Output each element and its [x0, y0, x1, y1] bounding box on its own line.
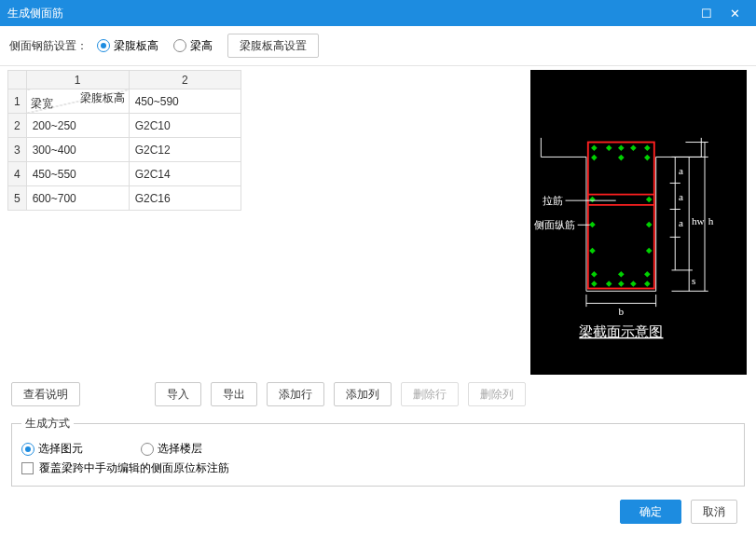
radio-select-element-label: 选择图元 — [38, 441, 83, 457]
radio-icon — [173, 39, 186, 52]
table-cell[interactable]: G2C14 — [129, 162, 241, 186]
corner-cell — [8, 71, 27, 89]
svg-rect-18 — [606, 281, 612, 287]
table-row[interactable]: 2 200~250 G2C10 — [8, 114, 241, 138]
svg-rect-6 — [630, 145, 637, 152]
svg-rect-8 — [591, 155, 598, 161]
overwrite-checkbox[interactable]: 覆盖梁跨中手动编辑的侧面原位标注筋 — [21, 460, 229, 476]
ok-button[interactable]: 确定 — [620, 500, 681, 524]
radio-select-floor-label: 选择楼层 — [158, 441, 202, 457]
svg-rect-23 — [618, 271, 625, 278]
radio-beam-height[interactable]: 梁高 — [173, 38, 213, 54]
svg-rect-10 — [644, 155, 651, 161]
genmode-legend: 生成方式 — [21, 416, 74, 432]
svg-rect-17 — [591, 281, 598, 287]
diagram-pane: 拉筋 侧面纵筋 a a a hw h s b — [530, 70, 747, 375]
add-row-button[interactable]: 添加行 — [267, 382, 324, 406]
dim-a: a — [679, 165, 683, 176]
export-button[interactable]: 导出 — [211, 382, 257, 406]
svg-rect-21 — [644, 281, 651, 287]
radio-web-height-label: 梁腹板高 — [114, 38, 158, 54]
svg-rect-4 — [606, 145, 612, 152]
table-cell[interactable]: 300~400 — [26, 138, 129, 162]
footer: 确定 取消 — [0, 490, 756, 535]
button-row: 查看说明 导入 导出 添加行 添加列 删除行 删除列 — [0, 375, 756, 414]
svg-rect-14 — [646, 222, 653, 228]
titlebar: 生成侧面筋 ☐ ✕ — [0, 0, 756, 26]
svg-rect-0 — [588, 143, 654, 289]
side-rebar-label: 侧面纵筋 — [534, 219, 575, 230]
radio-web-height[interactable]: 梁腹板高 — [97, 38, 158, 54]
import-button[interactable]: 导入 — [155, 382, 201, 406]
table-cell[interactable]: G2C12 — [129, 138, 241, 162]
maximize-icon[interactable]: ☐ — [693, 0, 721, 26]
dim-a: a — [679, 191, 683, 202]
cancel-button[interactable]: 取消 — [691, 500, 737, 524]
svg-rect-15 — [589, 248, 596, 254]
row-number: 3 — [8, 138, 27, 162]
svg-rect-12 — [646, 197, 653, 203]
checkbox-icon — [21, 462, 34, 474]
del-row-button[interactable]: 删除行 — [401, 382, 459, 406]
row-number: 5 — [8, 186, 27, 211]
main-area: 1 2 1 梁腹板高 梁宽 450~590 2 200~250 G2C10 — [0, 66, 756, 375]
diagonal-header-cell: 梁腹板高 梁宽 — [26, 89, 129, 114]
dim-b: b — [619, 306, 625, 317]
svg-rect-20 — [630, 281, 637, 287]
row-number: 4 — [8, 162, 27, 186]
rebar-settings-label: 侧面钢筋设置： — [9, 38, 88, 54]
window-title: 生成侧面筋 — [7, 6, 693, 21]
row-number: 1 — [8, 89, 27, 114]
overwrite-label: 覆盖梁跨中手动编辑的侧面原位标注筋 — [39, 460, 229, 476]
beam-section-diagram: 拉筋 侧面纵筋 a a a hw h s b — [530, 70, 747, 375]
col-header-2[interactable]: 2 — [129, 71, 241, 89]
svg-rect-9 — [618, 155, 625, 161]
svg-rect-19 — [618, 281, 625, 287]
table-cell[interactable]: 200~250 — [26, 114, 129, 138]
dim-a: a — [679, 217, 683, 228]
table-cell[interactable]: 450~590 — [129, 89, 241, 114]
table-cell[interactable]: G2C10 — [129, 114, 241, 138]
radio-icon — [141, 443, 154, 456]
web-height-settings-button[interactable]: 梁腹板高设置 — [227, 34, 319, 58]
svg-rect-13 — [589, 222, 596, 228]
rebar-table[interactable]: 1 2 1 梁腹板高 梁宽 450~590 2 200~250 G2C10 — [7, 70, 241, 211]
table-cell[interactable]: G2C16 — [129, 186, 241, 211]
table-cell[interactable]: 600~700 — [26, 186, 129, 211]
radio-beam-height-label: 梁高 — [190, 38, 213, 54]
close-icon[interactable]: ✕ — [721, 0, 749, 26]
diag-bottom-label: 梁宽 — [31, 96, 53, 112]
del-col-button[interactable]: 删除列 — [468, 382, 526, 406]
table-pane: 1 2 1 梁腹板高 梁宽 450~590 2 200~250 G2C10 — [7, 70, 241, 375]
dim-hw: hw — [692, 215, 706, 226]
diag-top-label: 梁腹板高 — [80, 90, 125, 106]
dim-h: h — [708, 215, 714, 226]
table-cell[interactable]: 450~550 — [26, 162, 129, 186]
diagram-caption: 梁截面示意图 — [579, 324, 663, 339]
table-row[interactable]: 5 600~700 G2C16 — [8, 186, 241, 211]
svg-rect-3 — [591, 145, 598, 152]
row-number: 2 — [8, 114, 27, 138]
table-row[interactable]: 1 梁腹板高 梁宽 450~590 — [8, 89, 241, 114]
rebar-settings-row: 侧面钢筋设置： 梁腹板高 梁高 梁腹板高设置 — [0, 26, 756, 66]
generation-mode-fieldset: 生成方式 选择图元 选择楼层 覆盖梁跨中手动编辑的侧面原位标注筋 — [11, 416, 745, 487]
svg-rect-11 — [589, 197, 596, 203]
radio-icon — [97, 39, 110, 52]
svg-rect-5 — [618, 145, 625, 152]
dim-s: s — [692, 275, 695, 286]
radio-icon — [21, 443, 34, 456]
col-header-1[interactable]: 1 — [26, 71, 129, 89]
view-description-button[interactable]: 查看说明 — [11, 382, 80, 406]
svg-rect-24 — [644, 271, 651, 278]
table-row[interactable]: 4 450~550 G2C14 — [8, 162, 241, 186]
table-row[interactable]: 3 300~400 G2C12 — [8, 138, 241, 162]
svg-rect-7 — [644, 145, 651, 152]
svg-rect-22 — [591, 271, 598, 278]
stirrup-label: 拉筋 — [543, 195, 563, 206]
radio-select-element[interactable]: 选择图元 — [21, 441, 83, 457]
add-col-button[interactable]: 添加列 — [334, 382, 392, 406]
svg-rect-16 — [646, 248, 653, 254]
radio-select-floor[interactable]: 选择楼层 — [141, 441, 202, 457]
